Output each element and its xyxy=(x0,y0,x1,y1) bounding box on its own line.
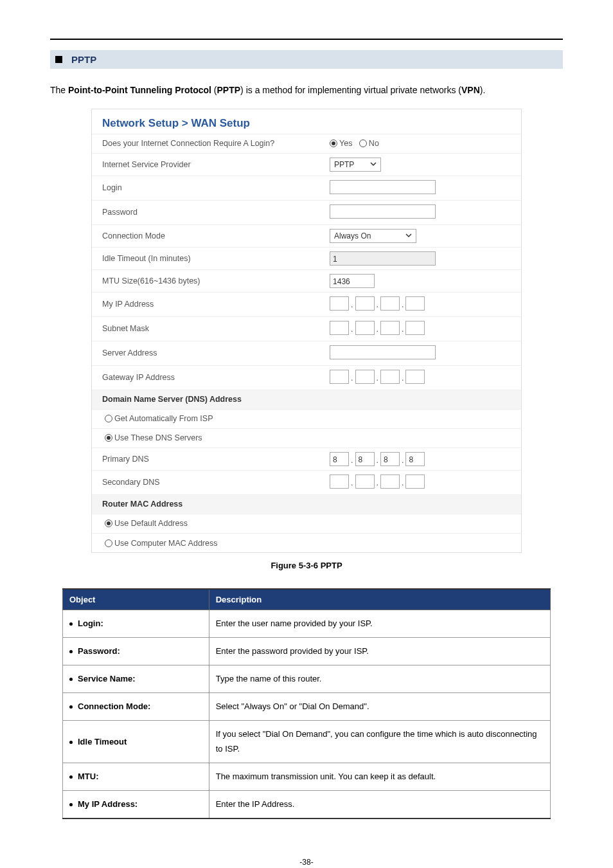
figure-caption: Figure 5-3-6 PPTP xyxy=(50,561,563,570)
mac-default-radio[interactable]: Use Default Address xyxy=(105,519,188,528)
dns-use-radio[interactable]: Use These DNS Servers xyxy=(105,433,202,442)
ip-octet-input[interactable] xyxy=(380,321,400,335)
chevron-down-icon xyxy=(405,231,412,240)
ip-octet-input[interactable] xyxy=(330,370,349,384)
dns-heading: Domain Name Server (DNS) Address xyxy=(92,390,521,409)
bullet-icon xyxy=(69,705,73,709)
dot: . xyxy=(375,478,380,489)
table-row: MTU:The maximum transmission unit. You c… xyxy=(63,763,551,790)
ip-octet-input[interactable] xyxy=(405,321,425,335)
isp-label: Internet Service Provider xyxy=(92,153,319,176)
panel-title: Network Setup > WAN Setup xyxy=(92,109,521,134)
radio-label: Use Default Address xyxy=(114,519,188,528)
object-cell: Login: xyxy=(63,610,209,638)
select-value: Always On xyxy=(334,231,371,240)
description-cell: Enter the IP Address. xyxy=(209,790,550,818)
require-login-yes-radio[interactable]: Yes xyxy=(330,139,352,148)
table-row: Service Name:Type the name of this route… xyxy=(63,665,551,693)
select-value: PPTP xyxy=(334,160,354,169)
conn-mode-label: Connection Mode xyxy=(92,224,319,247)
table-row: Password:Enter the password provided by … xyxy=(63,638,551,665)
config-screenshot: Network Setup > WAN Setup Does your Inte… xyxy=(91,109,522,554)
isp-select[interactable]: PPTP xyxy=(330,158,381,172)
object-label: My IP Address: xyxy=(78,799,138,809)
object-label: Connection Mode: xyxy=(78,701,150,711)
require-login-no-radio[interactable]: No xyxy=(359,139,379,148)
description-cell: Select "Always On" or "Dial On Demand". xyxy=(209,693,550,721)
object-cell: My IP Address: xyxy=(63,790,209,818)
ip-octet-input[interactable]: 8 xyxy=(355,452,375,466)
mtu-input[interactable]: 1436 xyxy=(330,274,375,288)
ip-octet-input[interactable] xyxy=(330,296,349,311)
ip-octet-input[interactable] xyxy=(380,475,400,489)
description-cell: If you select "Dial On Demand", you can … xyxy=(209,721,550,763)
conn-mode-select[interactable]: Always On xyxy=(330,229,416,243)
ip-octet-input[interactable]: 8 xyxy=(405,452,425,466)
page-number: -38- xyxy=(50,858,563,867)
secondary-dns-label: Secondary DNS xyxy=(92,470,319,494)
primary-dns-input-group: 8. 8. 8. 8 xyxy=(330,452,425,466)
object-cell: Idle Timeout xyxy=(63,721,209,763)
radio-icon xyxy=(330,140,337,147)
object-label: MTU: xyxy=(78,772,99,781)
table-row: Connection Mode:Select "Always On" or "D… xyxy=(63,693,551,721)
require-login-label: Does your Internet Connection Require A … xyxy=(92,134,319,153)
intro-bold-3: VPN xyxy=(461,85,480,95)
dot: . xyxy=(375,325,380,335)
ip-octet-input[interactable] xyxy=(380,370,400,384)
bullet-square-icon xyxy=(55,56,62,63)
bullet-icon xyxy=(69,650,73,653)
mac-heading: Router MAC Address xyxy=(92,494,521,514)
ip-octet-input[interactable]: 8 xyxy=(330,452,349,466)
object-label: Idle Timeout xyxy=(78,737,127,746)
server-input[interactable] xyxy=(330,345,436,359)
object-label: Service Name: xyxy=(78,674,136,683)
dot: . xyxy=(349,325,355,335)
bullet-icon xyxy=(69,741,73,744)
radio-icon xyxy=(359,140,367,147)
login-input[interactable] xyxy=(330,180,436,194)
ip-octet-input[interactable] xyxy=(405,370,425,384)
ip-octet-input[interactable] xyxy=(330,321,349,335)
intro-text: ( xyxy=(211,85,217,95)
password-input[interactable] xyxy=(330,204,436,219)
intro-text: ). xyxy=(480,85,486,95)
radio-icon xyxy=(105,520,112,527)
radio-icon xyxy=(105,434,112,442)
table-row: Idle TimeoutIf you select "Dial On Deman… xyxy=(63,721,551,763)
ip-octet-input[interactable] xyxy=(355,475,375,489)
dot: . xyxy=(349,456,355,466)
idle-input[interactable]: 1 xyxy=(330,251,436,266)
ip-octet-input[interactable] xyxy=(355,370,375,384)
ip-octet-input[interactable] xyxy=(355,321,375,335)
intro-bold-1: Point-to-Point Tunneling Protocol xyxy=(68,85,211,95)
ip-octet-input[interactable] xyxy=(330,475,349,489)
description-cell: Enter the user name provided by your ISP… xyxy=(209,610,550,638)
dot: . xyxy=(400,478,405,489)
intro-paragraph: The Point-to-Point Tunneling Protocol (P… xyxy=(50,84,563,97)
table-row: Login:Enter the user name provided by yo… xyxy=(63,610,551,638)
bullet-icon xyxy=(69,803,73,806)
dns-auto-radio[interactable]: Get Automatically From ISP xyxy=(105,414,213,423)
object-cell: Connection Mode: xyxy=(63,693,209,721)
idle-label: Idle Timeout (In minutes) xyxy=(92,247,319,269)
subnet-input-group: . . . xyxy=(330,321,425,335)
object-cell: Password: xyxy=(63,638,209,665)
radio-icon xyxy=(105,415,112,422)
description-cell: Enter the password provided by your ISP. xyxy=(209,638,550,665)
dot: . xyxy=(349,300,355,311)
ip-octet-input[interactable] xyxy=(355,296,375,311)
gateway-label: Gateway IP Address xyxy=(92,365,319,390)
table-row: My IP Address:Enter the IP Address. xyxy=(63,790,551,818)
ip-octet-input[interactable] xyxy=(405,475,425,489)
ip-octet-input[interactable] xyxy=(405,296,425,311)
intro-text: ) is a method for implementing virtual p… xyxy=(240,85,461,95)
dot: . xyxy=(349,374,355,384)
secondary-dns-input-group: . . . xyxy=(330,475,425,489)
description-cell: Type the name of this router. xyxy=(209,665,550,693)
ip-octet-input[interactable] xyxy=(380,296,400,311)
radio-label: Use These DNS Servers xyxy=(114,433,202,442)
intro-text: The xyxy=(50,85,68,95)
mac-computer-radio[interactable]: Use Computer MAC Address xyxy=(105,539,217,548)
ip-octet-input[interactable]: 8 xyxy=(380,452,400,466)
